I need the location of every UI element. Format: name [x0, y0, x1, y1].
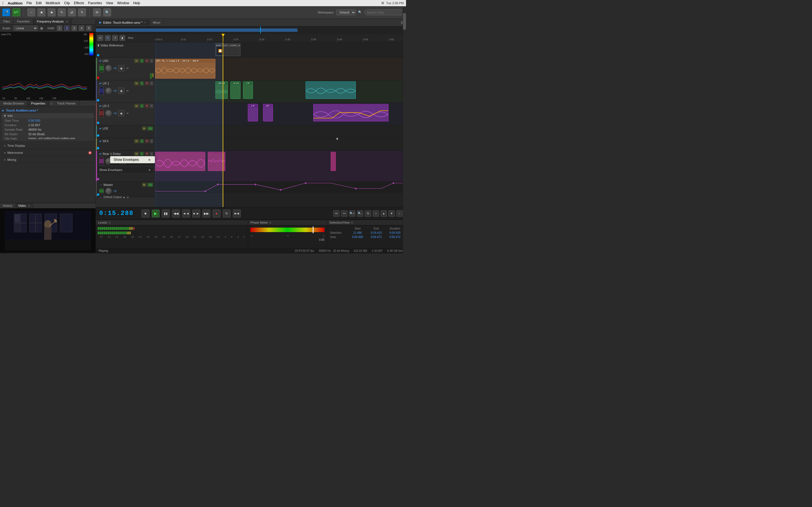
stop-btn[interactable]: ■ [142, 210, 149, 217]
lr0-record-btn[interactable]: R [145, 59, 149, 63]
zoom-out-vert-btn[interactable]: ▼ [389, 210, 395, 217]
lr1-volume-knob[interactable] [105, 88, 112, 94]
hand-btn[interactable]: ✉ [93, 8, 101, 16]
timeline-scrollbar[interactable] [403, 34, 406, 207]
master-mute-btn[interactable]: M [142, 183, 147, 187]
lr0-solo-btn[interactable]: S [140, 59, 144, 63]
time-display-header[interactable]: ► Time Display [2, 143, 94, 149]
rear-input-btn[interactable]: I [150, 152, 153, 156]
loop-btn[interactable]: ↻ [223, 210, 231, 217]
lr2-clip-2[interactable]: …00 1 ▾ [263, 104, 273, 121]
zoom-fit-btn[interactable]: ⇅ [365, 210, 371, 217]
menu-multitrack[interactable]: Multitrack [46, 1, 60, 5]
go-end-btn[interactable]: ▶▶ [202, 210, 210, 217]
lr2-record-btn[interactable]: R [145, 104, 149, 108]
menu-item-show-envelopes[interactable]: Show Envelopes ► [110, 156, 155, 163]
editor-tab-close[interactable]: ≡ [144, 21, 146, 24]
lr2-mute-btn[interactable]: M [134, 104, 139, 108]
rear-clip-1[interactable]: DP– Tou…p 48000 1 ▾ [155, 152, 205, 171]
lr1-record-btn[interactable]: R [145, 81, 149, 86]
meter-btn[interactable]: ▮ [119, 35, 125, 41]
hold-5-btn[interactable]: 5 [86, 25, 91, 31]
lfe-mute-btn[interactable]: M [142, 126, 147, 130]
lr2-solo-btn[interactable]: S [140, 104, 144, 108]
tab-track-panner[interactable]: Track Panner [54, 101, 80, 106]
undo-btn[interactable]: ↩ [98, 35, 103, 41]
lr0-input-btn[interactable]: I [150, 59, 153, 63]
master-volume-knob[interactable] [105, 188, 112, 194]
menu-view[interactable]: View [106, 1, 113, 5]
lr0-clip-1[interactable]: DP– To...\– Loop 1 ▾ …00 1 ▾ …tter ▾ [155, 59, 215, 78]
tab-history[interactable]: History [0, 203, 15, 208]
menu-clip[interactable]: Clip [64, 1, 70, 5]
lr0-pan-icon[interactable]: ◉ [118, 65, 124, 71]
lr1-mute-btn[interactable]: M [134, 81, 139, 86]
rear-mute-btn[interactable]: M [134, 152, 139, 156]
lr0-mute-btn[interactable]: M [134, 59, 139, 63]
hold-2-btn[interactable]: 2 [64, 25, 69, 31]
tab-files[interactable]: Files [0, 18, 13, 24]
tab-mixer[interactable]: Mixer [149, 20, 164, 25]
workspace-select[interactable]: Default [336, 10, 356, 15]
fx-btn[interactable]: fx [105, 35, 110, 41]
search-help-input[interactable] [364, 10, 404, 15]
sfx-record-btn[interactable]: R [145, 139, 149, 143]
time-select-btn[interactable]: ■ [48, 8, 56, 16]
zoom-btn[interactable]: 🔍 [103, 8, 111, 16]
tab-favorites[interactable]: Favorites [13, 18, 33, 24]
play-btn[interactable]: ▶ [152, 210, 160, 217]
hold-3-btn[interactable]: 3 [71, 25, 77, 31]
sfx-mute-btn[interactable]: M [134, 139, 139, 143]
zoom-in-vert-btn[interactable]: ▲ [380, 210, 387, 217]
lr1-clip-2[interactable]: …0 1 ▾ [231, 81, 241, 99]
sfx-input-btn[interactable]: I [150, 139, 153, 143]
pause-btn[interactable]: ▮▮ [162, 210, 170, 217]
go-start-btn[interactable]: ◀◀ [172, 210, 180, 217]
tab-freq-analysis[interactable]: Frequency Analysis ☰ [33, 18, 71, 24]
zoom-selection-btn[interactable]: □ [373, 210, 379, 217]
menu-window[interactable]: Window [117, 1, 130, 5]
metronome-header[interactable]: ► Metronome ♈ [2, 150, 94, 156]
rear-record-btn[interactable]: R [145, 152, 149, 156]
lr1-input-btn[interactable]: I [150, 81, 153, 86]
select-tool-btn[interactable]: ■ [38, 8, 45, 16]
video-clip-1[interactable]: A001_C007_120905_001 🎦 [215, 43, 241, 56]
tab-video[interactable]: Video ☰ [15, 203, 33, 208]
tab-editor[interactable]: ▶ Editor: Touch Audition.sesx * ≡ [96, 19, 149, 25]
rear-solo-btn[interactable]: S [140, 152, 144, 156]
phase-meter-menu-icon[interactable]: ☰ [269, 221, 271, 224]
rear-clip-2[interactable]: …tter… ▾ [208, 152, 225, 171]
lr2-clip-1[interactable]: …1 ▾ [248, 104, 258, 121]
tab-properties[interactable]: Properties [28, 101, 49, 106]
timeline-minimap[interactable]: ⚙ [96, 26, 406, 34]
draw-btn[interactable]: ✎ [78, 8, 86, 16]
forward-btn[interactable]: ►► [192, 210, 200, 217]
info-section-header[interactable]: ▼ Info [2, 113, 94, 118]
lr1-clip-1[interactable]: …00 1 ▾ [215, 81, 228, 99]
lr2-pan-icon[interactable]: ◉ [118, 110, 124, 116]
zoom-full-vert-btn[interactable]: ↕ [396, 210, 403, 217]
master-solo-btn[interactable]: (S) [147, 183, 153, 187]
video-menu-icon[interactable]: ☰ [28, 204, 31, 207]
menu-help[interactable]: Help [133, 1, 140, 5]
mixing-header[interactable]: ► Mixing [2, 157, 94, 163]
hold-4-btn[interactable]: 4 [79, 25, 84, 31]
move-tool-btn[interactable]: → [28, 8, 35, 16]
freq-menu-icon[interactable]: ☰ [66, 20, 68, 23]
selection-view-menu-icon[interactable]: ☰ [351, 221, 353, 224]
zoom-out-full-btn[interactable]: 🔍- [357, 210, 363, 217]
levels-menu-icon[interactable]: ☰ [108, 221, 111, 224]
menu-file[interactable]: File [27, 1, 32, 5]
lr1-pan-icon[interactable]: ◉ [118, 88, 124, 94]
razor-btn[interactable]: ✎ [58, 8, 66, 16]
lr2-input-btn[interactable]: I [150, 104, 153, 108]
lr1-solo-btn[interactable]: S [140, 81, 144, 86]
slip-btn[interactable]: ⇄ [68, 8, 76, 16]
output-expand-btn[interactable]: ► [123, 195, 126, 199]
hold-1-btn[interactable]: 1 [57, 25, 62, 31]
menu-effects[interactable]: Effects [74, 1, 84, 5]
multitrack-btn[interactable]: MT [12, 8, 20, 16]
rewind-btn[interactable]: ◄◄ [182, 210, 190, 217]
zoom-out-time-btn[interactable]: ↤ [341, 210, 347, 217]
zoom-in-full-btn[interactable]: 🔍+ [349, 210, 355, 217]
